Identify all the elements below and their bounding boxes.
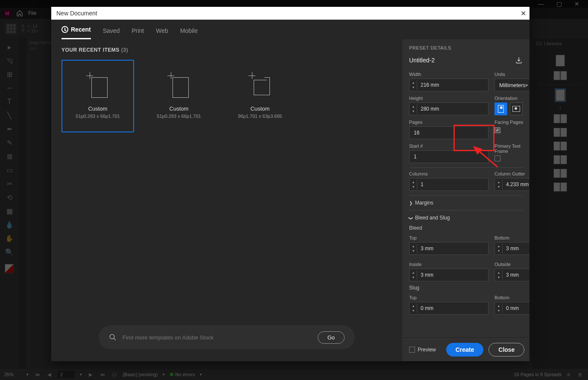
svg-line-1	[114, 338, 116, 340]
orientation-landscape-button[interactable]	[510, 102, 523, 115]
new-document-dialog: New Document ✕ Recent Saved Print Web Mo…	[51, 7, 529, 361]
recent-heading: YOUR RECENT ITEMS(3)	[61, 47, 392, 53]
save-preset-icon[interactable]	[515, 56, 523, 64]
primary-text-frame-checkbox[interactable]	[494, 155, 500, 161]
bleed-bottom-input[interactable]: ▴▾	[494, 242, 529, 255]
dialog-footer: Preview Create Close	[402, 337, 529, 361]
dialog-tabs: Recent Saved Print Web Mobile	[51, 20, 529, 39]
start-number-input[interactable]	[409, 150, 489, 163]
preset-name: Custom	[88, 105, 108, 112]
create-button[interactable]: Create	[446, 343, 484, 357]
tab-web[interactable]: Web	[156, 22, 168, 39]
recent-pane: YOUR RECENT ITEMS(3) Custom 51p0.283 x 6…	[51, 39, 402, 361]
preview-checkbox[interactable]	[409, 347, 415, 353]
close-button[interactable]: Close	[489, 343, 524, 357]
margins-section-toggle[interactable]: ❯Margins	[409, 200, 523, 206]
pages-input[interactable]	[409, 126, 489, 139]
units-select[interactable]: Millimeters▾	[494, 79, 529, 91]
bleed-top-input[interactable]: ▴▾	[409, 242, 489, 255]
bleed-inside-input[interactable]: ▴▾	[409, 269, 489, 281]
details-heading: PRESET DETAILS	[409, 45, 523, 50]
svg-point-0	[110, 334, 114, 339]
clock-icon	[61, 26, 68, 33]
adobe-stock-search: Go	[99, 325, 355, 349]
facing-pages-checkbox[interactable]: ✓	[494, 127, 500, 133]
preset-name-field[interactable]: Untitled-2	[409, 57, 515, 64]
go-button[interactable]: Go	[318, 331, 345, 344]
tab-print[interactable]: Print	[132, 22, 144, 39]
dialog-titlebar: New Document ✕	[51, 7, 529, 20]
document-icon	[169, 74, 189, 98]
dialog-title: New Document	[56, 10, 97, 17]
width-input[interactable]: ▴▾	[409, 79, 489, 91]
slug-bottom-input[interactable]: ▴▾	[494, 302, 529, 315]
gutter-input[interactable]: ▴▾	[494, 178, 529, 191]
preset-details-pane: PRESET DETAILS Untitled-2 Width ▴▾	[402, 39, 529, 361]
slug-top-input[interactable]: ▴▾	[409, 302, 489, 315]
columns-input[interactable]: ▴▾	[409, 178, 489, 191]
preset-card-1[interactable]: Custom 51p0.283 x 66p1.701	[61, 60, 134, 132]
tab-mobile[interactable]: Mobile	[180, 22, 198, 39]
tab-saved[interactable]: Saved	[103, 22, 120, 39]
bleed-outside-input[interactable]: ▴▾	[494, 269, 529, 281]
tab-recent[interactable]: Recent	[61, 21, 91, 39]
preset-dimensions: 51p0.283 x 66p1.701	[76, 114, 120, 119]
bleed-slug-section-toggle[interactable]: ❯Bleed and Slug	[409, 215, 523, 221]
search-icon	[109, 333, 117, 341]
document-icon	[250, 74, 270, 98]
document-icon	[88, 74, 108, 98]
dialog-close-button[interactable]: ✕	[521, 9, 526, 18]
preview-label: Preview	[418, 347, 436, 353]
preset-card-2[interactable]: Custom 51p0.283 x 66p1.701	[143, 60, 215, 132]
orientation-portrait-button[interactable]	[494, 102, 507, 115]
height-input[interactable]: ▴▾	[409, 102, 489, 115]
stock-search-input[interactable]	[123, 334, 312, 341]
preset-card-3[interactable]: Custom 96p1.701 x 63p3.685	[224, 60, 296, 132]
